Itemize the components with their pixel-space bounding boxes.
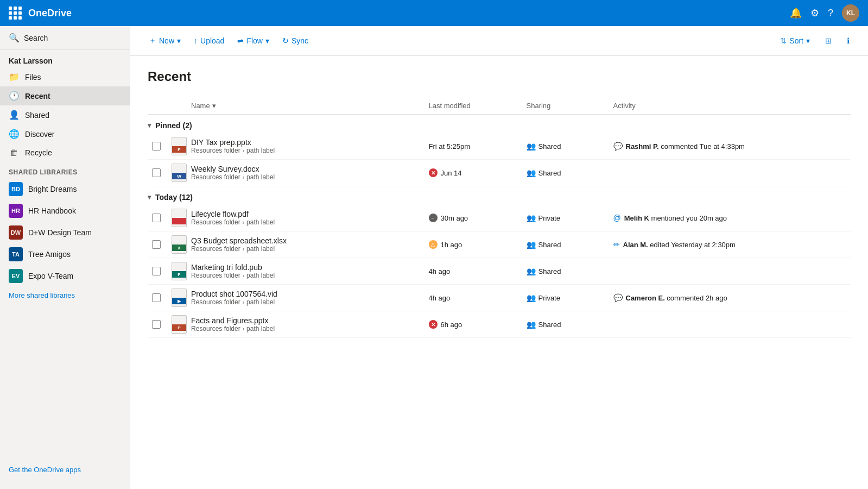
lib-label-bd: Bright Dreams (28, 185, 77, 193)
section-label-today: Today (12) (155, 193, 193, 202)
path-arrow: › (243, 148, 244, 154)
path-label: path label (246, 147, 275, 154)
path-folder: Resources folder (191, 218, 240, 226)
sharing-icon: 👥 (527, 320, 536, 329)
sharing-col: 👥 Private (527, 293, 613, 302)
path-label: path label (246, 272, 275, 279)
file-name-cell: Marketing tri fold.pub Resources folder … (191, 263, 429, 279)
sidebar-item-discover[interactable]: 🌐 Discover (0, 124, 130, 143)
file-icon-wrap (169, 208, 189, 228)
sidebar-footer: Get the OneDrive apps (0, 459, 130, 480)
mention-icon: @ (613, 214, 621, 222)
avatar[interactable]: KL (842, 4, 859, 22)
modified-col: ✕ Jun 14 (429, 168, 527, 177)
checkbox[interactable] (152, 142, 161, 151)
lib-label-ta: Tree Amigos (28, 250, 71, 259)
file-icon-wrap: X (169, 235, 189, 254)
sharing-label: Shared (538, 169, 561, 177)
topbar: OneDrive 🔔 ⚙ ? KL (0, 0, 868, 26)
more-libraries-link[interactable]: More shared libraries (0, 287, 130, 304)
row-checkbox (148, 214, 169, 222)
lib-label-dw: D+W Design Team (28, 228, 92, 237)
modified-date: Jun 14 (441, 169, 462, 177)
lib-label-hr: HR Handbook (28, 206, 76, 215)
sidebar-item-recent[interactable]: 🕐 Recent (0, 86, 130, 105)
sort-button[interactable]: ⇅ Sort ▾ (775, 33, 815, 48)
file-row[interactable]: P Facts and Figures.pptx Resources folde… (148, 311, 851, 338)
file-row[interactable]: ▶ Product shot 1007564.vid Resources fol… (148, 285, 851, 311)
search-icon: 🔍 (9, 33, 20, 43)
sidebar-item-ta[interactable]: TA Tree Amigos (0, 243, 130, 265)
recent-icon: 🕐 (9, 91, 20, 101)
section-today: ▾Today (12) Lifecycle flow.pdf Resources… (148, 186, 851, 338)
sidebar-item-bd[interactable]: BD Bright Dreams (0, 178, 130, 200)
sidebar-item-dw[interactable]: DW D+W Design Team (0, 222, 130, 243)
file-name: Facts and Figures.pptx (191, 316, 429, 325)
file-row[interactable]: X Q3 Budget spreadsheet.xlsx Resources f… (148, 231, 851, 258)
get-apps-link[interactable]: Get the OneDrive apps (9, 466, 122, 474)
file-name: Marketing tri fold.pub (191, 263, 429, 272)
sidebar-item-files[interactable]: 📁 Files (0, 67, 130, 86)
file-row[interactable]: P Marketing tri fold.pub Resources folde… (148, 258, 851, 285)
search-bar[interactable]: 🔍 Search (0, 26, 130, 50)
header-name[interactable]: Name ▾ (191, 102, 429, 110)
sort-label: Sort (789, 36, 803, 45)
section-header-pinned[interactable]: ▾Pinned (2) (148, 115, 851, 133)
sidebar-item-ev[interactable]: EV Expo V-Team (0, 265, 130, 287)
file-icon-wrap: W (169, 163, 189, 183)
lib-label-ev: Expo V-Team (28, 272, 73, 280)
sharing-label: Private (538, 294, 560, 302)
lib-badge-ev: EV (9, 269, 23, 283)
checkbox[interactable] (152, 214, 161, 222)
waffle-menu[interactable] (9, 7, 22, 20)
new-button[interactable]: ＋ New ▾ (143, 33, 186, 49)
sidebar-item-recycle[interactable]: 🗑 Recycle (0, 143, 130, 162)
row-checkbox (148, 142, 169, 151)
file-icon-wrap: ▶ (169, 288, 189, 308)
lib-badge-dw: DW (9, 225, 23, 240)
sharing-icon: 👥 (527, 240, 536, 249)
file-name: DIY Tax prep.pptx (191, 138, 429, 147)
file-row[interactable]: P DIY Tax prep.pptx Resources folder › p… (148, 133, 851, 160)
settings-icon[interactable]: ⚙ (810, 7, 819, 19)
view-toggle-button[interactable]: ⊞ (820, 33, 837, 48)
file-name: Product shot 1007564.vid (191, 290, 429, 298)
sharing-col: 👥 Shared (527, 267, 613, 275)
app-title: OneDrive (28, 8, 790, 19)
file-table-header: Name ▾ Last modified Sharing Activity (148, 97, 851, 115)
sidebar-item-shared[interactable]: 👤 Shared (0, 105, 130, 124)
sidebar-item-hr[interactable]: HR HR Handbook (0, 200, 130, 222)
notification-icon[interactable]: 🔔 (790, 7, 802, 19)
checkbox[interactable] (152, 168, 161, 177)
file-row[interactable]: Lifecycle flow.pdf Resources folder › pa… (148, 205, 851, 231)
modified-col: 4h ago (429, 294, 527, 302)
info-button[interactable]: ℹ (841, 33, 855, 48)
modified-date: Fri at 5:25pm (429, 142, 471, 151)
file-row[interactable]: W Weekly Survey.docx Resources folder › … (148, 160, 851, 186)
checkbox[interactable] (152, 320, 161, 329)
activity-text: Alan M. edited Yesterday at 2:30pm (623, 241, 736, 249)
checkbox[interactable] (152, 267, 161, 275)
modified-col: ⚠ 1h ago (429, 240, 527, 249)
upload-button[interactable]: ↑ Upload (188, 33, 230, 48)
row-checkbox (148, 293, 169, 302)
checkbox[interactable] (152, 240, 161, 249)
checkbox[interactable] (152, 293, 161, 302)
sync-button[interactable]: ↻ Sync (277, 33, 314, 48)
file-name: Q3 Budget spreadsheet.xlsx (191, 236, 429, 245)
file-path: Resources folder › path label (191, 147, 429, 154)
help-icon[interactable]: ? (828, 8, 833, 19)
file-path: Resources folder › path label (191, 173, 429, 181)
path-folder: Resources folder (191, 298, 240, 306)
flow-button[interactable]: ⇌ Flow ▾ (232, 33, 275, 48)
shared-libraries-list: BD Bright Dreams HR HR Handbook DW D+W D… (0, 178, 130, 287)
section-header-today[interactable]: ▾Today (12) (148, 186, 851, 205)
header-modified: Last modified (429, 102, 527, 110)
path-label: path label (246, 325, 275, 333)
shared-libraries-section-label: Shared Libraries (0, 162, 130, 178)
topbar-icons: 🔔 ⚙ ? KL (790, 4, 859, 22)
path-arrow: › (243, 326, 244, 332)
activity-text: Melih K mentioned you 20m ago (624, 214, 727, 222)
path-arrow: › (243, 220, 244, 225)
path-arrow: › (243, 246, 244, 252)
